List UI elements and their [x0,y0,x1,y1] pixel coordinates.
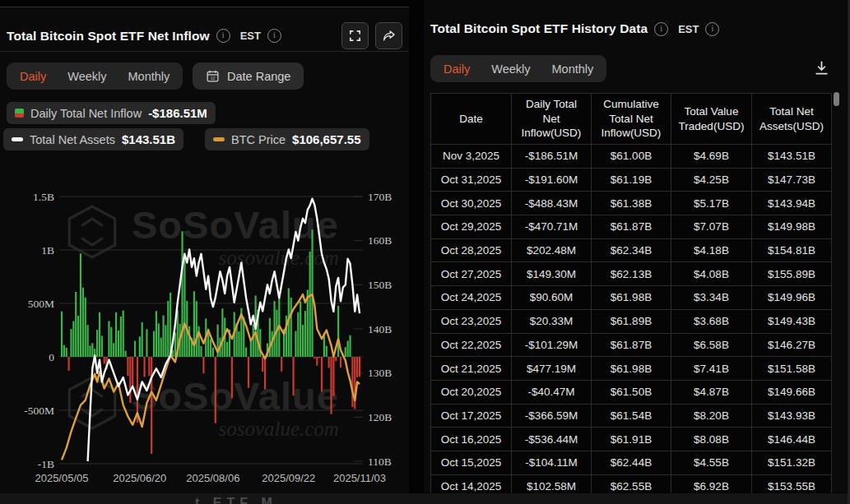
inflow-bar [146,329,147,357]
table-row[interactable]: Oct 31,2025-$191.60M$61.19B$4.25B$147.73… [431,168,832,192]
tab-monthly[interactable]: Monthly [552,62,594,76]
table-scrollbar-thumb[interactable] [834,92,839,106]
inflow-bar [248,357,249,388]
legend-total-net-assets[interactable]: Total Net Assets $143.51B [3,128,183,150]
table-row[interactable]: Oct 24,2025$90.60M$61.98B$3.34B$149.96B [431,286,832,310]
inflow-bar [359,357,360,377]
value-cell: $6.92B [671,474,752,492]
inflow-bar [311,229,313,357]
date-range-label: Date Range [227,70,290,83]
total-net-assets-line [88,199,360,461]
value-cell: $62.55B [592,474,671,492]
value-cell: $61.50B [592,380,671,404]
next-section-clipped: t ETF M [0,493,850,504]
value-cell: $7.41B [671,357,752,381]
date-cell: Oct 14,2025 [431,474,512,492]
inflow-bar [264,357,266,390]
assets-dash-icon [12,137,23,141]
right-axis-tick: 110B [368,455,392,468]
value-cell: $477.19M [512,357,592,381]
value-cell: -$101.29M [512,333,592,357]
tab-weekly[interactable]: Weekly [67,70,106,83]
inflow-bar [129,357,131,403]
table-row[interactable]: Oct 20,2025-$40.47M$61.50B$4.87B$149.66B [431,380,832,404]
table-row[interactable]: Oct 16,2025-$536.44M$61.91B$8.08B$146.44… [431,428,832,451]
value-cell: $61.98B [592,286,671,310]
inflow-bar [85,298,86,357]
inflow-bar [143,357,145,377]
table-row[interactable]: Nov 3,2025-$186.51M$61.00B$4.69B$143.51B [431,145,832,169]
value-cell: $4.69B [671,145,752,169]
value-cell: $149.98B [752,215,832,239]
inflow-bar [160,338,162,357]
value-cell: $61.91B [592,428,671,451]
inflow-bar [115,312,117,357]
inflow-bar [316,357,318,366]
table-row[interactable]: Oct 30,2025-$488.43M$61.38B$5.17B$143.94… [431,192,832,215]
legend-btc-price[interactable]: BTC Price $106,657.55 [205,128,369,150]
est-label: EST [240,30,261,42]
table-column-header: Total Value Traded(USD) [671,94,752,145]
table-row[interactable]: Oct 22,2025-$101.29M$61.87B$6.58B$146.27… [431,333,832,357]
table-row[interactable]: Oct 21,2025$477.19M$61.98B$7.41B$151.58B [431,357,832,381]
info-icon[interactable]: i [654,22,668,36]
table-row[interactable]: Oct 14,2025$102.58M$62.55B$6.92B$153.55B [431,474,832,492]
inflow-bar [349,335,351,357]
inflow-bar [212,348,214,357]
left-axis-tick: 1B [41,244,54,257]
value-cell: -$536.44M [512,428,592,451]
inflow-bar [96,330,98,357]
fullscreen-button[interactable] [341,22,369,49]
right-axis-tick: 170B [368,191,392,203]
left-axis-tick: 1.5B [33,191,54,203]
date-cell: Oct 21,2025 [431,357,512,381]
info-icon[interactable]: i [216,29,230,43]
value-cell: -$470.71M [512,215,592,239]
info-icon[interactable]: i [705,22,719,36]
inflow-bar [82,288,84,357]
net-inflow-chart[interactable]: 1.5B1B500M0-500M-1B170B160B150B140B130B1… [0,172,409,493]
tab-monthly[interactable]: Monthly [128,70,170,83]
table-row[interactable]: Oct 29,2025-$470.71M$61.87B$7.07B$149.98… [431,215,832,239]
value-cell: $62.34B [592,238,671,262]
legend-daily-net-inflow[interactable]: Daily Total Net Inflow -$186.51M [7,102,216,124]
tab-weekly[interactable]: Weekly [491,62,530,76]
info-icon[interactable]: i [267,29,281,43]
inflow-bar [328,357,330,368]
share-button[interactable] [375,22,402,49]
chart-period-tabs: Daily Weekly Monthly [7,62,183,90]
value-cell: $8.20B [671,404,752,428]
table-row[interactable]: Oct 28,2025$202.48M$62.34B$4.18B$154.81B [431,238,832,262]
inflow-bar [215,357,216,423]
left-axis-tick: 0 [49,351,54,363]
table-row[interactable]: Oct 17,2025-$366.59M$61.54B$8.20B$143.93… [431,404,832,428]
inflow-bar [162,316,164,357]
value-cell: $4.18B [671,238,752,262]
date-cell: Oct 16,2025 [431,428,512,451]
tab-daily[interactable]: Daily [444,62,470,76]
value-cell: $3.68B [671,309,752,333]
inflow-bar [309,252,311,357]
inflow-bar [124,351,126,357]
etf-history-table[interactable]: DateDaily Total Net Inflow(USD)Cumulativ… [430,93,832,492]
inflow-bar [326,346,327,357]
btc-dash-icon [213,137,225,141]
table-period-tabs: Daily Weekly Monthly [430,55,606,82]
value-cell: $155.89B [752,262,832,286]
x-axis-date-label: 2025/05/05 [35,472,88,484]
value-cell: $3.34B [671,286,752,310]
date-range-button[interactable]: 12 Date Range [193,62,304,90]
inflow-bar [340,357,341,368]
download-button[interactable] [813,59,830,80]
inflow-bar [139,336,141,357]
tab-daily[interactable]: Daily [20,70,46,83]
table-row[interactable]: Oct 23,2025$20.33M$61.89B$3.68B$149.43B [431,309,832,333]
table-row[interactable]: Oct 27,2025$149.30M$62.13B$4.08B$155.89B [431,262,832,286]
table-row[interactable]: Oct 15,2025-$104.11M$62.44B$4.55B$151.32… [431,451,832,474]
inflow-bar [330,357,332,414]
inflow-bar [113,343,114,357]
value-cell: $146.44B [752,428,832,451]
table-header-row: DateDaily Total Net Inflow(USD)Cumulativ… [431,94,832,145]
net-inflow-chart-panel: Total Bitcoin Spot ETF Net Inflow i EST … [0,7,409,493]
x-axis-date-label: 2025/09/22 [262,472,315,484]
